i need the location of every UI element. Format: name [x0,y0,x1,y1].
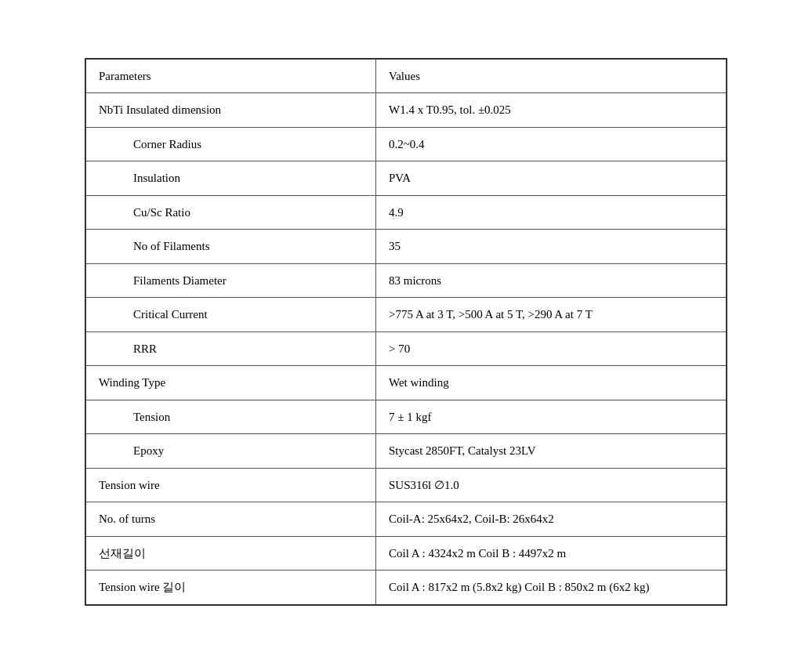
value-cell-14: Coil A : 817x2 m (5.8x2 kg) Coil B : 850… [376,571,726,604]
table-row: RRR> 70 [86,332,726,367]
value-cell-7: > 70 [376,332,726,366]
value-cell-12: Coil-A: 25x64x2, Coil-B: 26x64x2 [376,502,726,536]
header-param-cell: Parameters [86,60,376,93]
param-cell-11: Tension wire [86,469,376,502]
table-body: NbTi Insulated dimensionW1.4 x T0.95, to… [86,93,726,604]
table-row: EpoxyStycast 2850FT, Catalyst 23LV [86,434,726,469]
value-cell-10: Stycast 2850FT, Catalyst 23LV [376,434,726,468]
param-cell-14: Tension wire 길이 [86,571,376,604]
table-row: Tension7 ± 1 kgf [86,400,726,435]
param-cell-2: Insulation [86,161,376,195]
table-row: No. of turnsCoil-A: 25x64x2, Coil-B: 26x… [86,502,726,537]
table-header-row: Parameters Values [86,60,726,94]
value-cell-1: 0.2~0.4 [376,128,726,161]
value-cell-4: 35 [376,230,726,263]
table-row: NbTi Insulated dimensionW1.4 x T0.95, to… [86,93,726,128]
param-cell-0: NbTi Insulated dimension [86,93,376,127]
param-cell-13: 선재길이 [86,537,376,571]
param-cell-8: Winding Type [86,366,376,400]
value-cell-8: Wet winding [376,366,726,400]
header-value-label: Values [389,70,420,82]
value-cell-2: PVA [376,161,726,195]
table-row: 선재길이Coil A : 4324x2 m Coil B : 4497x2 m [86,537,726,571]
param-cell-7: RRR [86,332,376,366]
header-param-label: Parameters [99,70,151,82]
header-value-cell: Values [376,60,726,93]
param-cell-12: No. of turns [86,502,376,536]
table-row: No of Filaments35 [86,230,726,264]
value-cell-3: 4.9 [376,196,726,230]
param-cell-10: Epoxy [86,434,376,468]
param-cell-3: Cu/Sc Ratio [86,196,376,230]
param-cell-1: Corner Radius [86,128,376,161]
param-cell-6: Critical Current [86,298,376,332]
parameters-table: Parameters Values NbTi Insulated dimensi… [85,58,727,606]
value-cell-13: Coil A : 4324x2 m Coil B : 4497x2 m [376,537,726,571]
table-row: Tension wireSUS316l ∅1.0 [86,469,726,503]
table-row: Cu/Sc Ratio4.9 [86,196,726,230]
value-cell-6: >775 A at 3 T, >500 A at 5 T, >290 A at … [376,298,726,332]
value-cell-0: W1.4 x T0.95, tol. ±0.025 [376,93,726,127]
table-row: InsulationPVA [86,161,726,196]
param-cell-9: Tension [86,400,376,434]
table-row: Tension wire 길이Coil A : 817x2 m (5.8x2 k… [86,571,726,604]
table-row: Corner Radius0.2~0.4 [86,128,726,162]
param-cell-4: No of Filaments [86,230,376,263]
value-cell-9: 7 ± 1 kgf [376,400,726,434]
table-row: Winding TypeWet winding [86,366,726,400]
value-cell-5: 83 microns [376,264,726,298]
value-cell-11: SUS316l ∅1.0 [376,469,726,502]
table-row: Critical Current>775 A at 3 T, >500 A at… [86,298,726,332]
param-cell-5: Filaments Diameter [86,264,376,298]
table-row: Filaments Diameter83 microns [86,264,726,299]
